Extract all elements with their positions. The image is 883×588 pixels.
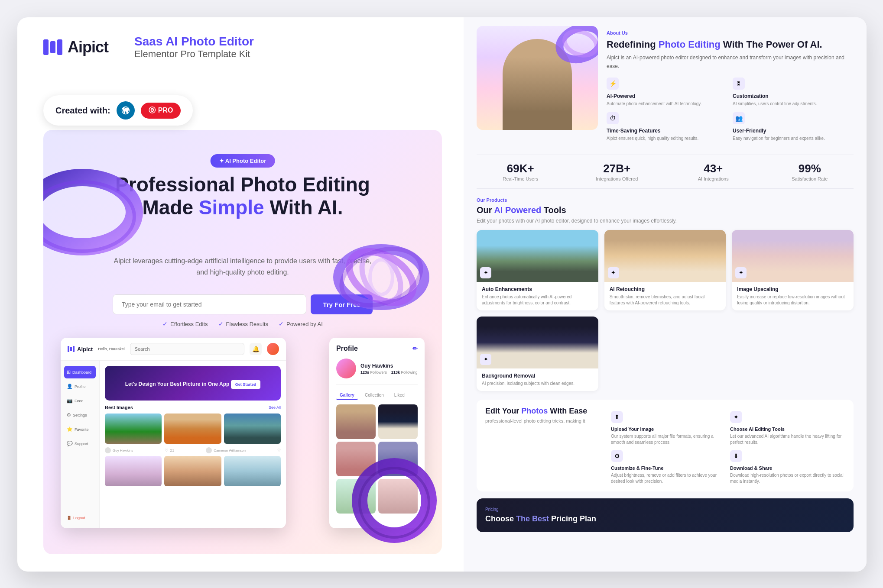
pricing-heading-part1: Choose — [485, 514, 516, 523]
logo-icon — [43, 39, 62, 55]
how-step-title-4: Download & Share — [730, 465, 845, 471]
dash-avatar — [267, 343, 279, 355]
banner-cta[interactable]: Get Started — [231, 380, 261, 389]
sidebar-item-dashboard[interactable]: ⊞ Dashboard — [64, 366, 96, 378]
how-step-title-2: Choose AI Editing Tools — [730, 426, 845, 432]
tool-image-person: ✦ — [604, 230, 726, 282]
support-icon: 💬 — [67, 441, 73, 446]
stat-label-1: Real-Time Users — [477, 176, 565, 181]
dash-notification-icon[interactable]: 🔔 — [250, 343, 262, 355]
sidebar-item-settings[interactable]: ⚙ Settings — [64, 409, 96, 421]
sidebar-item-feed[interactable]: 📷 Feed — [64, 394, 96, 407]
how-step-icon-3: ⚙ — [611, 450, 623, 462]
stat-1: 69K+ Real-Time Users — [477, 162, 565, 181]
attr-actions-1: ♡ 21 — [165, 448, 174, 452]
email-input[interactable] — [113, 294, 306, 314]
feature-item-3: ✓ Powered by AI — [279, 320, 323, 327]
about-heading: Redefining Photo Editing With The Power … — [607, 39, 854, 50]
how-steps: ⬆ Upload Your Image Our system supports … — [611, 411, 845, 485]
sidebar-item-favorite[interactable]: ⭐ Favorite — [64, 423, 96, 436]
img-attribution-row1: Guy Hawkins ♡ 21 Cameron Williamson ♡ — [105, 447, 281, 453]
how-step-4: ⬇ Download & Share Download high-resolut… — [730, 450, 845, 485]
tab-gallery[interactable]: Gallery — [336, 391, 358, 400]
like-icon[interactable]: ♡ — [165, 448, 168, 452]
about-photo — [477, 26, 598, 130]
dash-logo-bars — [68, 346, 75, 352]
images-grid-2 — [105, 456, 281, 486]
dash-hero-banner: Let's Design Your Best Picture in One Ap… — [105, 366, 281, 401]
hero-badge-text: ✦ AI Photo Editor — [219, 158, 266, 164]
tools-grid: ✦ Auto Enhancements Enhance photos autom… — [477, 230, 854, 391]
tool-badge-2: ✦ — [608, 267, 619, 278]
feature-desc-1: Automate photo enhancement with AI techn… — [607, 101, 727, 107]
ring-3d-shape — [43, 147, 147, 277]
about-heading-part2: With The Power Of AI. — [721, 39, 822, 50]
feature-grid: ⚡ AI-Powered Automate photo enhancement … — [607, 78, 854, 142]
image-thumb-city — [224, 414, 281, 444]
sidebar-item-support[interactable]: 💬 Support — [64, 437, 96, 450]
logo-bar-2 — [50, 41, 55, 53]
svg-point-5 — [370, 260, 393, 294]
tool-content-2: AI Retouching Smooth skin, remove blemis… — [604, 282, 726, 310]
how-step-3: ⚙ Customize & Fine-Tune Adjust brightnes… — [611, 450, 726, 485]
torus-3d-shape — [351, 457, 438, 544]
sphere-3d-shape — [329, 225, 433, 329]
hero-title-line1: Professional Photo Editing — [115, 173, 370, 196]
check-icon-1: ✓ — [162, 320, 168, 327]
feature-title-4: User-Friendly — [733, 128, 854, 134]
like-icon-2[interactable]: ♡ — [277, 448, 281, 452]
tool-desc-3: Easily increase or replace low-resolutio… — [737, 294, 848, 306]
favorite-icon: ⭐ — [67, 426, 73, 432]
feature-icon-2: 🎛 — [733, 78, 745, 90]
image-thumb-fashion — [164, 414, 221, 444]
about-eyebrow: About Us — [607, 30, 854, 36]
svg-point-8 — [360, 468, 429, 537]
created-with-badge: Created with: ⓔ PRO — [43, 95, 193, 126]
how-step-desc-4: Download high-resolution photos or expor… — [730, 472, 845, 485]
sidebar-item-profile[interactable]: 👤 Profile — [64, 380, 96, 393]
profile-edit-icon[interactable]: ✏ — [412, 345, 418, 352]
stat-number-3: 43+ — [669, 162, 757, 175]
gallery-item-2 — [378, 404, 418, 439]
profile-user-info: Guy Hawkins 123s Followers 213k Followin… — [336, 359, 418, 385]
how-step-1: ⬆ Upload Your Image Our system supports … — [611, 411, 726, 446]
comment-icon[interactable]: 21 — [170, 448, 174, 452]
tool-content-3: Image Upscaling Easily increase or repla… — [732, 282, 854, 310]
attr-username-1: Guy Hawkins — [113, 449, 133, 452]
logout-button[interactable]: 🚪 Logout — [64, 512, 96, 523]
stat-number-2: 27B+ — [573, 162, 661, 175]
attr-actions-2: ♡ — [277, 448, 281, 452]
attr-name-2: Cameron Williamson — [206, 447, 246, 453]
profile-name: Guy Hawkins — [360, 363, 418, 369]
feature-label-3: Powered by AI — [286, 321, 323, 327]
image-thumb-mountain — [105, 414, 162, 444]
created-with-text: Created with: — [55, 106, 110, 116]
feature-desc-4: Easy navigation for beginners and expert… — [733, 136, 854, 142]
profile-title-text: Profile — [336, 345, 358, 352]
stat-3: 43+ AI Integrations — [669, 162, 757, 181]
best-images-title: Best Images — [105, 405, 133, 410]
pricing-heading: Choose The Best Pricing Plan — [485, 514, 845, 523]
feature-desc-3: Aipict ensures quick, high quality editi… — [607, 136, 727, 142]
image-thumb-person2 — [164, 456, 221, 486]
about-description: Aipict is an AI-powered photo editor des… — [607, 54, 854, 70]
how-step-icon-2: ✦ — [730, 411, 742, 423]
feature-item-1: ✓ Effortless Edits — [162, 320, 208, 327]
sidebar-label-support: Support — [75, 442, 88, 446]
feature-title-2: Customization — [733, 93, 854, 99]
how-step-icon-1: ⬆ — [611, 411, 623, 423]
tools-section: Our Products Our AI Powered Tools Edit y… — [477, 197, 854, 391]
tab-collection[interactable]: Collection — [361, 391, 387, 400]
profile-details: Guy Hawkins 123s Followers 213k Followin… — [360, 363, 418, 375]
logout-label: Logout — [73, 516, 85, 520]
tab-liked[interactable]: Liked — [391, 391, 408, 400]
pricing-heading-highlight: The Best — [516, 514, 549, 523]
tool-badge-3: ✦ — [735, 267, 747, 278]
dash-search-input[interactable] — [130, 343, 244, 355]
see-all-link[interactable]: See All — [269, 405, 281, 410]
hero-title-line2: Made — [142, 196, 198, 219]
tool-badge-4: ✦ — [480, 354, 491, 365]
tagline-area: Saas AI Photo Editor Elementor Pro Templ… — [134, 35, 254, 60]
how-section-inner: Edit Your Photos With Ease professional-… — [485, 407, 845, 485]
image-thumb-astronaut — [105, 456, 162, 486]
